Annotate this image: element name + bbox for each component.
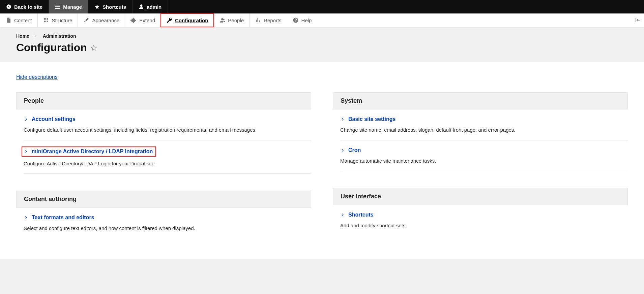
left-column: People Account settings Configure defaul… (16, 92, 311, 238)
desc-shortcuts: Add and modify shortcut sets. (340, 222, 620, 230)
link-shortcuts-label: Shortcuts (348, 212, 374, 218)
hamburger-icon (55, 5, 60, 9)
paint-icon (83, 17, 89, 23)
menu-people-label: People (228, 18, 244, 23)
right-column: System Basic site settings Change site n… (333, 92, 628, 238)
chevron-right-icon (340, 148, 345, 153)
chart-icon (255, 17, 261, 23)
star-icon (94, 4, 100, 9)
desc-ldap: Configure Active Directory/LDAP Login fo… (24, 160, 304, 168)
people-icon (219, 17, 225, 23)
link-basic-site-settings[interactable]: Basic site settings (340, 116, 620, 123)
collapse-icon (635, 17, 641, 23)
admin-user-label: admin (147, 4, 162, 10)
menu-configuration[interactable]: Configuration (161, 13, 214, 27)
menu-collapse-button[interactable] (631, 13, 644, 27)
link-text-formats[interactable]: Text formats and editors (24, 214, 304, 221)
person-icon (139, 4, 144, 9)
menu-extend[interactable]: Extend (125, 13, 161, 27)
admin-menu: Content Structure Appearance Extend Conf… (0, 13, 644, 27)
panel-item-text-formats: Text formats and editors Select and conf… (24, 208, 311, 238)
menu-configuration-label: Configuration (175, 18, 208, 23)
favorite-star-icon[interactable] (90, 44, 97, 51)
page-title: Configuration (16, 41, 87, 54)
link-account-settings-label: Account settings (32, 116, 76, 122)
admin-user-button[interactable]: admin (133, 0, 168, 13)
link-cron[interactable]: Cron (340, 146, 620, 154)
menu-reports[interactable]: Reports (250, 13, 287, 27)
menu-structure[interactable]: Structure (38, 13, 78, 27)
panel-system-header: System (333, 92, 628, 109)
manage-label: Manage (63, 4, 82, 10)
content-area: Hide descriptions People Account setting… (0, 62, 644, 259)
link-cron-label: Cron (348, 147, 361, 153)
menu-help-label: Help (301, 18, 312, 23)
menu-structure-label: Structure (52, 18, 72, 23)
menu-help[interactable]: Help (287, 13, 318, 27)
menu-people[interactable]: People (214, 13, 250, 27)
structure-icon (43, 17, 49, 23)
back-to-site-label: Back to site (14, 4, 42, 10)
chevron-right-icon (340, 213, 345, 217)
link-ldap-label: miniOrange Active Directory / LDAP Integ… (32, 149, 153, 155)
chevron-right-icon (24, 215, 28, 220)
link-account-settings[interactable]: Account settings (24, 116, 304, 123)
link-ldap-integration[interactable]: miniOrange Active Directory / LDAP Integ… (22, 146, 156, 157)
chevron-left-circle-icon (6, 4, 11, 9)
document-icon (5, 17, 11, 23)
panel-ui-header: User interface (333, 188, 628, 205)
chevron-right-icon (24, 149, 28, 154)
menu-reports-label: Reports (264, 18, 282, 23)
link-basic-site-label: Basic site settings (348, 116, 396, 122)
panel-item-ldap: miniOrange Active Directory / LDAP Integ… (24, 140, 311, 174)
menu-appearance-label: Appearance (92, 18, 119, 23)
breadcrumb: Home 〉 Administration (16, 33, 628, 39)
desc-text-formats: Select and configure text editors, and h… (24, 225, 304, 232)
chevron-right-icon (340, 117, 345, 122)
link-text-formats-label: Text formats and editors (32, 215, 94, 221)
menu-content-label: Content (14, 18, 32, 23)
panel-content-authoring-header: Content authoring (16, 191, 311, 208)
manage-button[interactable]: Manage (49, 0, 88, 13)
desc-basic-site: Change site name, email address, slogan,… (340, 126, 620, 134)
menu-extend-label: Extend (139, 18, 155, 23)
panel-item-account-settings: Account settings Configure default user … (24, 109, 311, 140)
help-icon (293, 17, 299, 23)
wrench-icon (166, 17, 172, 23)
panel-people-header: People (16, 92, 311, 109)
breadcrumb-administration[interactable]: Administration (43, 33, 76, 39)
panel-item-shortcuts: Shortcuts Add and modify shortcut sets. (340, 205, 628, 236)
desc-account-settings: Configure default user account settings,… (24, 126, 304, 134)
shortcuts-button[interactable]: Shortcuts (88, 0, 133, 13)
puzzle-icon (130, 17, 137, 23)
menu-content[interactable]: Content (0, 13, 38, 27)
chevron-right-icon (24, 117, 28, 122)
top-toolbar: Back to site Manage Shortcuts admin (0, 0, 644, 13)
panel-item-cron: Cron Manage automatic site maintenance t… (340, 140, 628, 171)
page-header: Home 〉 Administration Configuration (0, 27, 644, 62)
chevron-right-icon: 〉 (34, 34, 38, 39)
hide-descriptions-link[interactable]: Hide descriptions (16, 74, 58, 80)
shortcuts-label: Shortcuts (103, 4, 126, 10)
panel-item-basic-site: Basic site settings Change site name, em… (340, 109, 628, 140)
back-to-site-button[interactable]: Back to site (0, 0, 49, 13)
menu-spacer (317, 13, 631, 27)
menu-appearance[interactable]: Appearance (78, 13, 125, 27)
link-shortcuts[interactable]: Shortcuts (340, 211, 620, 219)
breadcrumb-home[interactable]: Home (16, 33, 29, 39)
desc-cron: Manage automatic site maintenance tasks. (340, 157, 620, 165)
